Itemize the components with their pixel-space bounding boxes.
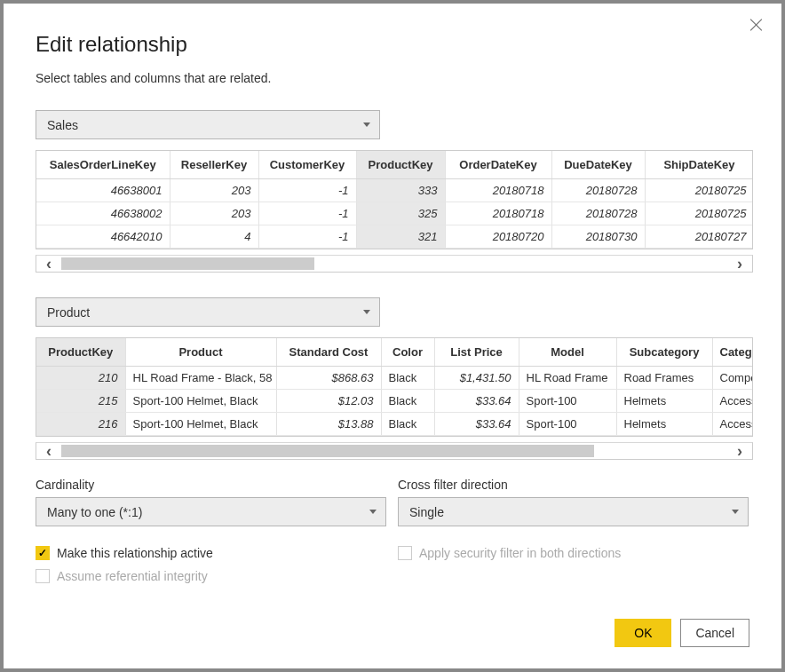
chevron-down-icon — [363, 123, 370, 127]
table1-select[interactable]: Sales — [36, 110, 380, 139]
scroll-thumb[interactable] — [61, 257, 314, 270]
refint-checkbox-label: Assume referential integrity — [57, 569, 208, 583]
table-row: 210 HL Road Frame - Black, 58 $868.63 Bl… — [36, 367, 752, 390]
col-header[interactable]: List Price — [434, 338, 519, 367]
table2-hscrollbar[interactable]: ‹ › — [36, 442, 753, 460]
chevron-down-icon — [369, 510, 377, 514]
col-header[interactable]: OrderDateKey — [445, 151, 551, 179]
dialog-subtitle: Select tables and columns that are relat… — [36, 71, 749, 85]
table1-preview: SalesOrderLineKey ResellerKey CustomerKe… — [36, 150, 753, 249]
col-header[interactable]: ResellerKey — [170, 151, 258, 179]
scroll-left-icon[interactable]: ‹ — [36, 256, 61, 272]
cardinality-value: Many to one (*:1) — [47, 505, 142, 519]
col-header[interactable]: Product — [125, 338, 276, 367]
col-header-highlighted[interactable]: ProductKey — [36, 338, 125, 367]
col-header[interactable]: Category — [712, 338, 752, 367]
active-checkbox-label: Make this relationship active — [57, 546, 213, 560]
cardinality-label: Cardinality — [36, 478, 387, 492]
table1-select-value: Sales — [47, 118, 78, 132]
col-header-highlighted[interactable]: ProductKey — [356, 151, 445, 179]
scroll-right-icon[interactable]: › — [727, 443, 752, 459]
scroll-left-icon[interactable]: ‹ — [36, 443, 61, 459]
scroll-thumb[interactable] — [61, 445, 594, 457]
table2-select[interactable]: Product — [36, 297, 380, 327]
col-header[interactable]: CustomerKey — [258, 151, 356, 179]
table-row: 46638002 203 -1 325 20180718 20180728 20… — [36, 202, 752, 225]
scroll-right-icon[interactable]: › — [727, 256, 752, 272]
table-row: 46642010 4 -1 321 20180720 20180730 2018… — [36, 225, 752, 249]
checkbox-checked-icon[interactable] — [36, 546, 50, 560]
col-header[interactable]: Color — [381, 338, 434, 367]
table2-select-value: Product — [47, 305, 90, 320]
chevron-down-icon — [363, 310, 370, 314]
chevron-down-icon — [732, 510, 739, 514]
table2-header-row: ProductKey Product Standard Cost Color L… — [36, 338, 752, 367]
checkbox-unchecked-icon — [36, 569, 50, 583]
crossfilter-select[interactable]: Single — [398, 497, 749, 526]
ok-button[interactable]: OK — [615, 619, 671, 647]
table-row: 215 Sport-100 Helmet, Black $12.03 Black… — [36, 390, 752, 413]
scroll-track[interactable] — [61, 443, 727, 459]
checkbox-unchecked-icon — [398, 546, 412, 560]
col-header[interactable]: ShipDateKey — [645, 151, 752, 179]
col-header[interactable]: Standard Cost — [276, 338, 381, 367]
cardinality-select[interactable]: Many to one (*:1) — [36, 497, 386, 526]
secfilter-checkbox-row: Apply security filter in both directions — [398, 546, 749, 560]
col-header[interactable]: Subcategory — [616, 338, 712, 367]
col-header[interactable]: SalesOrderLineKey — [36, 151, 170, 179]
table1-hscrollbar[interactable]: ‹ › — [36, 255, 753, 273]
col-header[interactable]: DueDateKey — [551, 151, 645, 179]
active-checkbox-row[interactable]: Make this relationship active — [36, 546, 387, 560]
table-row: 46638001 203 -1 333 20180718 20180728 20… — [36, 179, 752, 202]
close-icon[interactable] — [749, 18, 764, 32]
crossfilter-value: Single — [409, 505, 444, 519]
table-row: 216 Sport-100 Helmet, Black $13.88 Black… — [36, 413, 752, 436]
refint-checkbox-row: Assume referential integrity — [36, 569, 387, 583]
scroll-track[interactable] — [61, 256, 727, 272]
col-header[interactable]: Model — [519, 338, 616, 367]
cancel-button[interactable]: Cancel — [680, 619, 749, 647]
secfilter-checkbox-label: Apply security filter in both directions — [419, 546, 621, 560]
table2-preview: ProductKey Product Standard Cost Color L… — [36, 337, 753, 437]
crossfilter-label: Cross filter direction — [398, 478, 749, 492]
dialog-title: Edit relationship — [36, 32, 749, 57]
edit-relationship-dialog: Edit relationship Select tables and colu… — [0, 0, 785, 672]
table1-header-row: SalesOrderLineKey ResellerKey CustomerKe… — [36, 151, 752, 179]
